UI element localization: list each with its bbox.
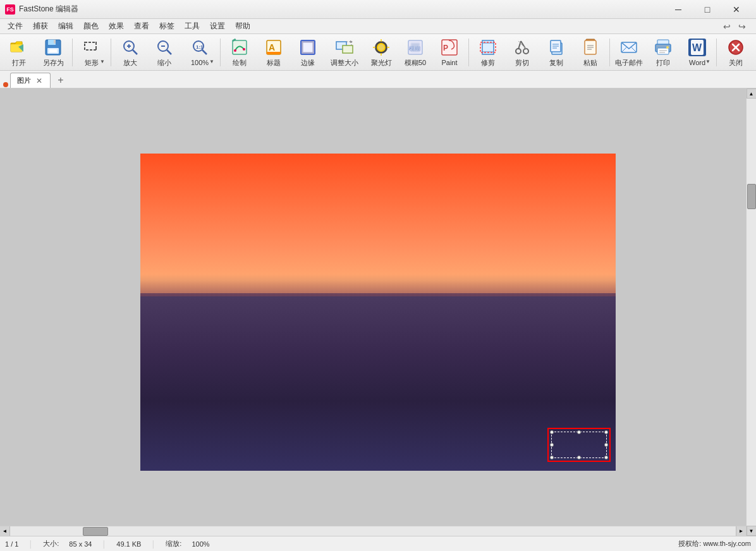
close-app-icon	[726, 37, 746, 58]
scrollbar-horizontal[interactable]: ◄ ►	[0, 526, 746, 536]
saveas-label: 另存为	[43, 59, 64, 67]
svg-point-56	[516, 49, 521, 54]
handle-top-left[interactable]	[550, 430, 554, 434]
tab-close-button[interactable]: ✕	[35, 76, 44, 85]
svg-point-26	[243, 48, 245, 51]
svg-rect-9	[85, 42, 96, 50]
word-button[interactable]: W Word ▼	[681, 36, 714, 69]
zoom-label: 缩放:	[166, 539, 181, 548]
toolbar: 打开 另存为 矩形 ▼	[0, 34, 756, 71]
title-button[interactable]: A 标题	[257, 36, 290, 69]
minimize-button[interactable]: ─	[664, 0, 693, 19]
paste-label: 粘贴	[583, 59, 597, 67]
paste-button[interactable]: 粘贴	[574, 36, 607, 69]
menu-view[interactable]: 查看	[129, 20, 154, 33]
scroll-up-button[interactable]: ▲	[747, 88, 757, 99]
statusbar-separator3: │	[151, 540, 155, 548]
handle-bottom-left[interactable]	[550, 456, 554, 459]
zoom-value: 100%	[192, 540, 209, 548]
blur-icon: 模糊	[405, 37, 425, 58]
sep3	[220, 39, 221, 66]
svg-rect-6	[54, 40, 56, 44]
menu-tool[interactable]: 工具	[180, 20, 205, 33]
copy-button[interactable]: 复制	[540, 36, 573, 69]
print-button[interactable]: 打印	[647, 36, 680, 69]
svg-rect-10	[84, 42, 85, 43]
tabbar: 图片 ✕ +	[0, 71, 756, 88]
handle-top-mid[interactable]	[577, 430, 581, 434]
selection-box[interactable]	[547, 428, 611, 462]
undo-button[interactable]: ↩	[721, 20, 733, 33]
maximize-button[interactable]: □	[693, 0, 722, 19]
main-image	[140, 154, 616, 471]
svg-line-20	[167, 50, 171, 54]
svg-text:W: W	[692, 42, 702, 53]
zoomin-button[interactable]: 放大	[114, 36, 147, 69]
spotlight-button[interactable]: 聚光灯	[365, 36, 398, 69]
canvas-area: ▲ ▼	[0, 88, 756, 536]
scrollbar-right[interactable]: ▲ ▼	[746, 88, 756, 536]
rect-button[interactable]: 矩形 ▼	[75, 36, 108, 69]
svg-rect-76	[657, 48, 669, 54]
svg-text:A: A	[269, 42, 275, 52]
handle-bottom-mid[interactable]	[577, 456, 581, 459]
svg-rect-24	[233, 40, 247, 54]
menu-capture[interactable]: 捕获	[28, 20, 53, 33]
zoom100-icon: 1:1	[190, 37, 210, 58]
undo-redo-group: ↩ ↪	[721, 20, 753, 33]
titlebar-title: FastStone 编辑器	[19, 4, 78, 15]
image-tab[interactable]: 图片 ✕	[10, 73, 51, 88]
draw-button[interactable]: 绘制	[223, 36, 256, 69]
email-icon	[619, 37, 639, 58]
edge-label: 边缘	[301, 59, 315, 67]
menu-effect[interactable]: 效果	[104, 20, 129, 33]
scroll-right-button[interactable]: ►	[736, 526, 746, 536]
saveas-button[interactable]: 另存为	[37, 36, 70, 69]
scroll-left-button[interactable]: ◄	[0, 526, 10, 536]
title-icon: A	[264, 37, 284, 58]
menu-tag[interactable]: 标签	[154, 20, 180, 33]
trim-button[interactable]: 修剪	[472, 36, 504, 69]
zoomout-icon	[154, 37, 174, 58]
menu-help[interactable]: 帮助	[230, 20, 255, 33]
menu-settings[interactable]: 设置	[205, 20, 230, 33]
blur-button[interactable]: 模糊 模糊50	[399, 36, 432, 69]
copy-label: 复制	[549, 59, 563, 67]
resize-button[interactable]: 调整大小	[326, 36, 363, 69]
menu-file[interactable]: 文件	[3, 20, 28, 33]
handle-mid-left[interactable]	[550, 443, 554, 447]
handle-top-right[interactable]	[604, 430, 608, 434]
open-icon	[9, 37, 29, 58]
close-app-button[interactable]: 关闭	[719, 36, 752, 69]
zoomout-button[interactable]: 缩小	[148, 36, 181, 69]
scroll-down-button[interactable]: ▼	[747, 526, 757, 536]
email-label: 电子邮件	[615, 59, 643, 67]
close-window-button[interactable]: ✕	[722, 0, 751, 19]
page-info: 1 / 1	[5, 540, 18, 548]
sep5	[609, 39, 610, 66]
edge-button[interactable]: 边缘	[291, 36, 324, 69]
copyright: 授权给: www.th-sjy.com	[678, 539, 751, 548]
paint-button[interactable]: P Paint	[433, 36, 466, 69]
handle-bottom-right[interactable]	[604, 456, 608, 459]
titlebar-left: FS FastStone 编辑器	[5, 4, 78, 15]
statusbar-separator2: │	[102, 540, 106, 548]
sep6	[716, 39, 717, 66]
menu-color[interactable]: 颜色	[78, 20, 104, 33]
cut-button[interactable]: 剪切	[506, 36, 539, 69]
titlebar-controls: ─ □ ✕	[664, 0, 751, 19]
svg-rect-8	[49, 49, 57, 52]
open-button[interactable]: 打开	[3, 36, 35, 69]
zoomout-label: 缩小	[157, 59, 171, 67]
zoom100-button[interactable]: 1:1 100% ▼	[182, 36, 217, 69]
handle-mid-right[interactable]	[604, 443, 608, 447]
svg-rect-12	[84, 49, 85, 50]
svg-line-17	[133, 50, 137, 54]
menu-edit[interactable]: 编辑	[53, 20, 78, 33]
email-button[interactable]: 电子邮件	[613, 36, 645, 69]
tab-add-button[interactable]: +	[53, 73, 68, 88]
title-label: 标题	[267, 59, 281, 67]
svg-point-77	[666, 46, 669, 49]
size-label: 大小:	[43, 539, 59, 548]
redo-button[interactable]: ↪	[736, 20, 748, 33]
